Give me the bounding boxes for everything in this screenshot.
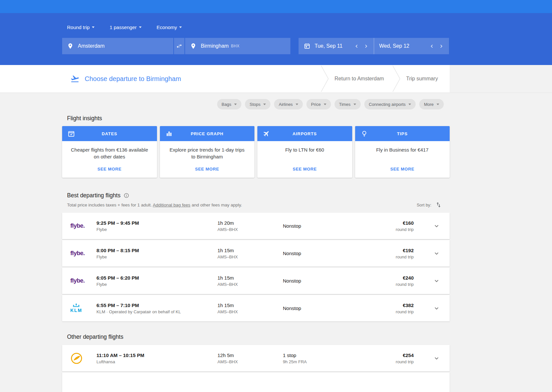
step-return[interactable]: Return to Amsterdam [329,65,392,92]
info-icon[interactable] [124,193,129,198]
filter-chip-airlines[interactable]: Airlines [274,99,303,109]
flight-times: 8:00 PM – 8:15 PM [96,248,217,253]
see-more-link[interactable]: SEE MORE [390,167,414,172]
expand-flight-button[interactable] [423,250,450,257]
see-more-link[interactable]: SEE MORE [97,167,121,172]
expand-flight-button[interactable] [423,222,450,230]
lightbulb-icon [361,130,368,137]
filter-chip-bags[interactable]: Bags [217,99,242,109]
filter-chip-price[interactable]: Price [306,99,331,109]
return-date-prev-icon[interactable] [429,43,435,49]
departure-date-field[interactable]: Tue, Sep 11 [299,38,374,54]
flight-airline: Flybe [96,227,217,232]
filter-chip-more[interactable]: More [419,99,444,109]
chevron-down-icon [324,104,326,105]
destination-field[interactable]: Birmingham BHX [185,38,290,54]
flight-row-partial[interactable] [62,372,450,392]
flight-row[interactable]: 11:10 AM – 10:15 PM Lufthansa 12h 5m AMS… [62,345,450,371]
trip-type-label: Round trip [67,24,90,30]
step-separator-chevron [320,65,329,92]
flight-row[interactable]: flybe. 8:00 PM – 8:15 PM Flybe 1h 15m AM… [62,240,450,267]
chevron-down-icon [139,26,142,28]
departure-date-prev-icon[interactable] [354,43,360,49]
swap-icon [176,43,182,49]
calendar-check-icon [68,130,75,137]
airline-logo: flybe. [70,222,96,229]
flybe-logo: flybe. [70,277,85,284]
destination-value: Birmingham [201,43,229,49]
flight-price: €240 [379,275,414,281]
price-note: round trip [379,254,414,259]
trip-type-dropdown[interactable]: Round trip [67,24,95,30]
filter-chip-connecting-airports[interactable]: Connecting airports [364,99,416,109]
expand-flight-button[interactable] [423,277,450,285]
insight-card-text: Cheaper flights from €136 available on o… [70,146,149,165]
insight-card-dates: DATES Cheaper flights from €136 availabl… [62,126,157,178]
times-cell: 6:55 PM – 7:10 PM KLM · Operated by Carp… [96,302,217,314]
cabin-class-dropdown[interactable]: Economy [157,24,182,30]
insight-card-text: Explore price trends for 1-day trips to … [168,146,247,165]
klm-crown-icon [72,303,80,307]
klm-logo: KLM [70,303,82,313]
insight-card-header: DATES [62,126,157,141]
departure-date-next-icon[interactable] [363,43,369,49]
flight-airline: Flybe [96,282,217,287]
flight-times: 11:10 AM – 10:15 PM [96,352,217,358]
chevron-down-icon [179,26,182,28]
search-header: Round trip 1 passenger Economy Ams [0,13,552,65]
duration-cell: 1h 15m AMS–BHX [217,302,283,314]
airline-logo: flybe. [70,250,96,257]
google-flights-page: Round trip 1 passenger Economy Ams [0,0,552,392]
return-date-next-icon[interactable] [438,43,444,49]
chevron-down-icon [433,250,440,257]
step-choose-departure-label: Choose departure to Birmingham [85,75,181,83]
bar-chart-icon [165,130,173,137]
flight-insights-title: Flight insights [62,115,450,122]
other-flights-list: 11:10 AM – 10:15 PM Lufthansa 12h 5m AMS… [62,345,450,392]
flight-duration: 1h 15m [217,302,283,308]
flight-route: AMS–BHX [217,282,283,287]
flight-price: €254 [379,352,414,358]
sort-icon[interactable] [435,202,442,208]
price-cell: €382 round trip [379,302,423,314]
insight-card-title: DATES [102,131,117,136]
swap-origin-destination-button[interactable] [174,38,184,54]
step-choose-departure: Choose departure to Birmingham [62,65,320,92]
location-pin-icon [190,43,197,49]
step-trip-summary[interactable]: Trip summary [401,65,450,92]
flight-row[interactable]: flybe. 9:25 PM – 9:45 PM Flybe 1h 20m AM… [62,213,450,239]
stops-cell: Nonstop [283,251,379,256]
best-flights-list: flybe. 9:25 PM – 9:45 PM Flybe 1h 20m AM… [62,213,450,321]
times-cell: 8:00 PM – 8:15 PM Flybe [96,248,217,259]
flight-stops: Nonstop [283,251,379,256]
filter-chip-label: Connecting airports [369,102,406,107]
airline-logo: flybe. [70,277,96,284]
expand-flight-button[interactable] [423,305,450,312]
filter-chip-stops[interactable]: Stops [245,99,270,109]
price-note: round trip [379,282,414,287]
duration-cell: 1h 15m AMS–BHX [217,248,283,259]
top-app-bar [0,0,552,13]
flight-row[interactable]: KLM 6:55 PM – 7:10 PM KLM · Operated by … [62,295,450,321]
see-more-link[interactable]: SEE MORE [195,167,219,172]
flight-row[interactable]: flybe. 6:05 PM – 6:20 PM Flybe 1h 15m AM… [62,268,450,294]
step-separator-chevron [392,65,401,92]
filter-chip-label: Airlines [279,102,293,107]
see-more-link[interactable]: SEE MORE [293,167,317,172]
other-flights-title: Other departing flights [62,334,450,340]
chevron-down-icon [433,277,440,285]
flight-takeoff-icon [70,74,79,83]
insight-card-header: PRICE GRAPH [160,126,255,141]
passengers-dropdown[interactable]: 1 passenger [110,24,142,30]
return-date-field[interactable]: Wed, Sep 12 [374,38,449,54]
filter-chip-times[interactable]: Times [335,99,361,109]
flight-stops: Nonstop [283,223,379,229]
times-cell: 11:10 AM – 10:15 PM Lufthansa [96,352,217,364]
expand-flight-button[interactable] [423,355,450,362]
times-cell: 9:25 PM – 9:45 PM Flybe [96,220,217,232]
origin-field[interactable]: Amsterdam [62,38,173,54]
price-cell: €240 round trip [379,275,423,287]
filter-chip-label: More [424,102,434,107]
additional-bag-fees-link[interactable]: Additional bag fees [153,203,190,207]
chevron-down-icon [263,104,266,105]
